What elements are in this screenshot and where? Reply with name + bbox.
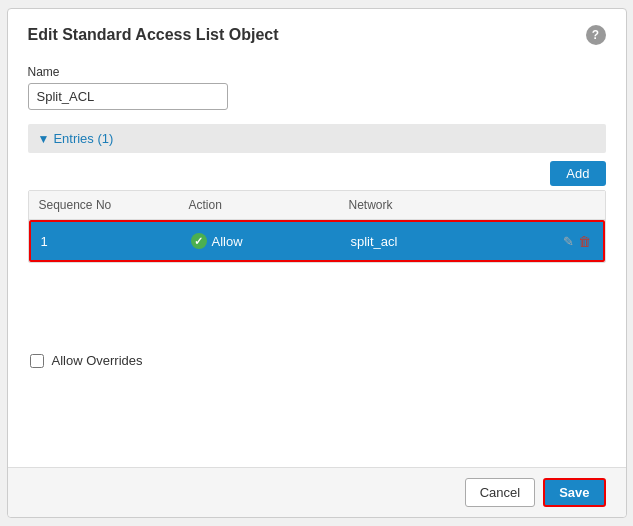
dialog-footer: Cancel Save bbox=[8, 467, 626, 517]
edit-row-icon[interactable]: ✎ bbox=[563, 234, 574, 249]
dialog: Edit Standard Access List Object ? Name … bbox=[7, 8, 627, 518]
save-button[interactable]: Save bbox=[543, 478, 605, 507]
name-input[interactable] bbox=[28, 83, 228, 110]
allow-icon: ✓ bbox=[191, 233, 207, 249]
table-row[interactable]: 1 ✓ Allow split_acl ✎ 🗑 bbox=[31, 222, 603, 260]
add-button[interactable]: Add bbox=[550, 161, 605, 186]
col-row-actions bbox=[555, 191, 605, 219]
add-button-row: Add bbox=[28, 161, 606, 186]
help-icon[interactable]: ? bbox=[586, 25, 606, 45]
cell-sequence-no: 1 bbox=[31, 229, 181, 254]
entries-header: ▼ Entries (1) bbox=[28, 124, 606, 153]
name-label: Name bbox=[28, 65, 606, 79]
entries-table: Sequence No Action Network 1 ✓ Allow bbox=[28, 190, 606, 263]
col-network: Network bbox=[339, 191, 555, 219]
cell-action: ✓ Allow bbox=[181, 228, 341, 254]
col-sequence-no: Sequence No bbox=[29, 191, 179, 219]
allow-overrides-row: Allow Overrides bbox=[28, 353, 606, 368]
entries-label: Entries (1) bbox=[53, 131, 113, 146]
entries-arrow-icon: ▼ bbox=[38, 132, 50, 146]
dialog-body: Name ▼ Entries (1) Add Sequence No Actio… bbox=[8, 55, 626, 467]
allow-overrides-checkbox[interactable] bbox=[30, 354, 44, 368]
dialog-title: Edit Standard Access List Object bbox=[28, 26, 279, 44]
dialog-header: Edit Standard Access List Object ? bbox=[8, 9, 626, 55]
allow-overrides-label: Allow Overrides bbox=[52, 353, 143, 368]
entries-section: ▼ Entries (1) Add Sequence No Action Net… bbox=[28, 124, 606, 263]
col-action: Action bbox=[179, 191, 339, 219]
table-header: Sequence No Action Network bbox=[29, 191, 605, 220]
cell-row-actions: ✎ 🗑 bbox=[553, 229, 603, 254]
table-row-selected-wrapper: 1 ✓ Allow split_acl ✎ 🗑 bbox=[29, 220, 605, 262]
delete-row-icon[interactable]: 🗑 bbox=[578, 234, 591, 249]
cancel-button[interactable]: Cancel bbox=[465, 478, 535, 507]
cell-network: split_acl bbox=[341, 229, 553, 254]
